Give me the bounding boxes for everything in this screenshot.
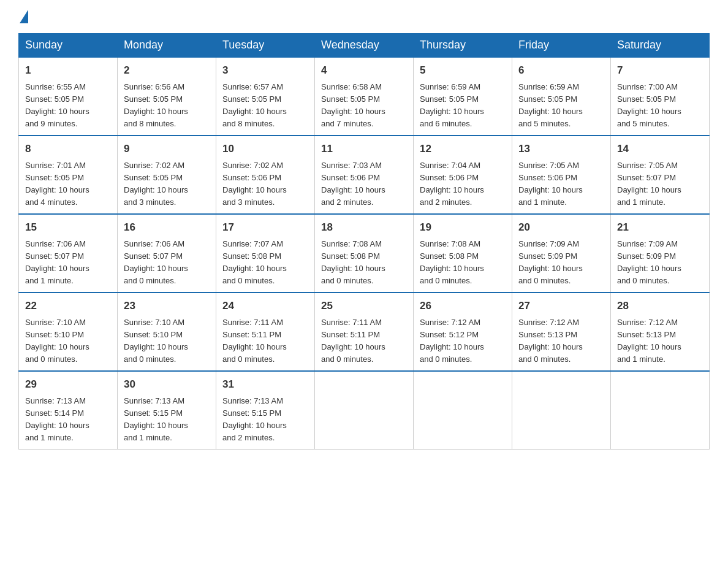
calendar-cell: 17Sunrise: 7:07 AMSunset: 5:08 PMDayligh… <box>216 214 315 293</box>
calendar-cell: 21Sunrise: 7:09 AMSunset: 5:09 PMDayligh… <box>611 214 710 293</box>
calendar-cell: 24Sunrise: 7:11 AMSunset: 5:11 PMDayligh… <box>216 293 315 371</box>
calendar-cell: 16Sunrise: 7:06 AMSunset: 5:07 PMDayligh… <box>118 214 216 293</box>
day-number: 12 <box>420 141 506 157</box>
logo-triangle-icon <box>20 10 28 23</box>
day-number: 14 <box>617 141 703 157</box>
day-info: Sunrise: 7:11 AMSunset: 5:11 PMDaylight:… <box>321 316 407 366</box>
calendar-week-row: 8Sunrise: 7:01 AMSunset: 5:05 PMDaylight… <box>19 136 710 214</box>
calendar-cell: 27Sunrise: 7:12 AMSunset: 5:13 PMDayligh… <box>512 293 611 371</box>
day-info: Sunrise: 7:07 AMSunset: 5:08 PMDaylight:… <box>222 238 308 288</box>
day-info: Sunrise: 6:58 AMSunset: 5:05 PMDaylight:… <box>321 81 407 131</box>
day-info: Sunrise: 7:05 AMSunset: 5:06 PMDaylight:… <box>518 159 604 209</box>
day-info: Sunrise: 7:09 AMSunset: 5:09 PMDaylight:… <box>518 238 604 288</box>
day-number: 16 <box>124 220 210 236</box>
day-number: 10 <box>222 141 308 157</box>
calendar-cell: 6Sunrise: 6:59 AMSunset: 5:05 PMDaylight… <box>512 57 611 136</box>
calendar-cell <box>611 371 710 450</box>
day-info: Sunrise: 6:59 AMSunset: 5:05 PMDaylight:… <box>420 81 506 131</box>
day-info: Sunrise: 6:59 AMSunset: 5:05 PMDaylight:… <box>518 81 604 131</box>
calendar-cell <box>315 371 414 450</box>
day-info: Sunrise: 7:10 AMSunset: 5:10 PMDaylight:… <box>124 316 210 366</box>
day-info: Sunrise: 6:56 AMSunset: 5:05 PMDaylight:… <box>124 81 210 131</box>
day-number: 28 <box>617 298 703 314</box>
day-info: Sunrise: 7:05 AMSunset: 5:07 PMDaylight:… <box>617 159 703 209</box>
day-info: Sunrise: 7:08 AMSunset: 5:08 PMDaylight:… <box>321 238 407 288</box>
day-number: 23 <box>124 298 210 314</box>
day-info: Sunrise: 6:55 AMSunset: 5:05 PMDaylight:… <box>25 81 111 131</box>
calendar-cell: 20Sunrise: 7:09 AMSunset: 5:09 PMDayligh… <box>512 214 611 293</box>
day-info: Sunrise: 7:11 AMSunset: 5:11 PMDaylight:… <box>222 316 308 366</box>
day-info: Sunrise: 7:12 AMSunset: 5:12 PMDaylight:… <box>420 316 506 366</box>
day-info: Sunrise: 7:04 AMSunset: 5:06 PMDaylight:… <box>420 159 506 209</box>
day-number: 30 <box>124 377 210 393</box>
column-header-saturday: Saturday <box>611 34 710 58</box>
day-info: Sunrise: 7:12 AMSunset: 5:13 PMDaylight:… <box>617 316 703 366</box>
day-number: 8 <box>25 141 111 157</box>
day-number: 31 <box>222 377 308 393</box>
calendar-header-row: SundayMondayTuesdayWednesdayThursdayFrid… <box>19 34 710 58</box>
calendar-cell: 19Sunrise: 7:08 AMSunset: 5:08 PMDayligh… <box>414 214 512 293</box>
calendar-cell: 26Sunrise: 7:12 AMSunset: 5:12 PMDayligh… <box>414 293 512 371</box>
calendar-table: SundayMondayTuesdayWednesdayThursdayFrid… <box>18 33 710 450</box>
calendar-cell: 1Sunrise: 6:55 AMSunset: 5:05 PMDaylight… <box>19 57 118 136</box>
day-number: 2 <box>124 63 210 79</box>
logo <box>18 12 28 21</box>
page-header <box>18 12 710 21</box>
day-number: 18 <box>321 220 407 236</box>
calendar-week-row: 22Sunrise: 7:10 AMSunset: 5:10 PMDayligh… <box>19 293 710 371</box>
column-header-monday: Monday <box>118 34 216 58</box>
day-info: Sunrise: 7:00 AMSunset: 5:05 PMDaylight:… <box>617 81 703 131</box>
day-number: 4 <box>321 63 407 79</box>
day-number: 5 <box>420 63 506 79</box>
day-number: 15 <box>25 220 111 236</box>
calendar-week-row: 29Sunrise: 7:13 AMSunset: 5:14 PMDayligh… <box>19 371 710 450</box>
calendar-cell <box>512 371 611 450</box>
calendar-cell: 2Sunrise: 6:56 AMSunset: 5:05 PMDaylight… <box>118 57 216 136</box>
calendar-cell: 5Sunrise: 6:59 AMSunset: 5:05 PMDaylight… <box>414 57 512 136</box>
column-header-wednesday: Wednesday <box>315 34 414 58</box>
day-info: Sunrise: 7:06 AMSunset: 5:07 PMDaylight:… <box>25 238 111 288</box>
day-number: 26 <box>420 298 506 314</box>
column-header-friday: Friday <box>512 34 611 58</box>
day-number: 24 <box>222 298 308 314</box>
day-number: 3 <box>222 63 308 79</box>
calendar-cell: 15Sunrise: 7:06 AMSunset: 5:07 PMDayligh… <box>19 214 118 293</box>
calendar-cell <box>414 371 512 450</box>
day-number: 29 <box>25 377 111 393</box>
calendar-cell: 9Sunrise: 7:02 AMSunset: 5:05 PMDaylight… <box>118 136 216 214</box>
day-number: 27 <box>518 298 604 314</box>
day-number: 13 <box>518 141 604 157</box>
calendar-cell: 31Sunrise: 7:13 AMSunset: 5:15 PMDayligh… <box>216 371 315 450</box>
calendar-cell: 18Sunrise: 7:08 AMSunset: 5:08 PMDayligh… <box>315 214 414 293</box>
day-info: Sunrise: 7:01 AMSunset: 5:05 PMDaylight:… <box>25 159 111 209</box>
day-info: Sunrise: 7:06 AMSunset: 5:07 PMDaylight:… <box>124 238 210 288</box>
day-number: 11 <box>321 141 407 157</box>
day-info: Sunrise: 7:12 AMSunset: 5:13 PMDaylight:… <box>518 316 604 366</box>
calendar-cell: 3Sunrise: 6:57 AMSunset: 5:05 PMDaylight… <box>216 57 315 136</box>
calendar-week-row: 15Sunrise: 7:06 AMSunset: 5:07 PMDayligh… <box>19 214 710 293</box>
calendar-cell: 28Sunrise: 7:12 AMSunset: 5:13 PMDayligh… <box>611 293 710 371</box>
day-number: 7 <box>617 63 703 79</box>
calendar-week-row: 1Sunrise: 6:55 AMSunset: 5:05 PMDaylight… <box>19 57 710 136</box>
calendar-cell: 25Sunrise: 7:11 AMSunset: 5:11 PMDayligh… <box>315 293 414 371</box>
day-number: 17 <box>222 220 308 236</box>
calendar-cell: 22Sunrise: 7:10 AMSunset: 5:10 PMDayligh… <box>19 293 118 371</box>
day-info: Sunrise: 6:57 AMSunset: 5:05 PMDaylight:… <box>222 81 308 131</box>
day-number: 20 <box>518 220 604 236</box>
calendar-cell: 14Sunrise: 7:05 AMSunset: 5:07 PMDayligh… <box>611 136 710 214</box>
day-info: Sunrise: 7:10 AMSunset: 5:10 PMDaylight:… <box>25 316 111 366</box>
day-info: Sunrise: 7:08 AMSunset: 5:08 PMDaylight:… <box>420 238 506 288</box>
day-info: Sunrise: 7:13 AMSunset: 5:14 PMDaylight:… <box>25 395 111 445</box>
column-header-sunday: Sunday <box>19 34 118 58</box>
day-number: 22 <box>25 298 111 314</box>
calendar-cell: 30Sunrise: 7:13 AMSunset: 5:15 PMDayligh… <box>118 371 216 450</box>
calendar-cell: 11Sunrise: 7:03 AMSunset: 5:06 PMDayligh… <box>315 136 414 214</box>
day-number: 1 <box>25 63 111 79</box>
day-info: Sunrise: 7:02 AMSunset: 5:06 PMDaylight:… <box>222 159 308 209</box>
calendar-cell: 10Sunrise: 7:02 AMSunset: 5:06 PMDayligh… <box>216 136 315 214</box>
day-info: Sunrise: 7:09 AMSunset: 5:09 PMDaylight:… <box>617 238 703 288</box>
day-number: 19 <box>420 220 506 236</box>
calendar-cell: 4Sunrise: 6:58 AMSunset: 5:05 PMDaylight… <box>315 57 414 136</box>
day-number: 9 <box>124 141 210 157</box>
column-header-tuesday: Tuesday <box>216 34 315 58</box>
